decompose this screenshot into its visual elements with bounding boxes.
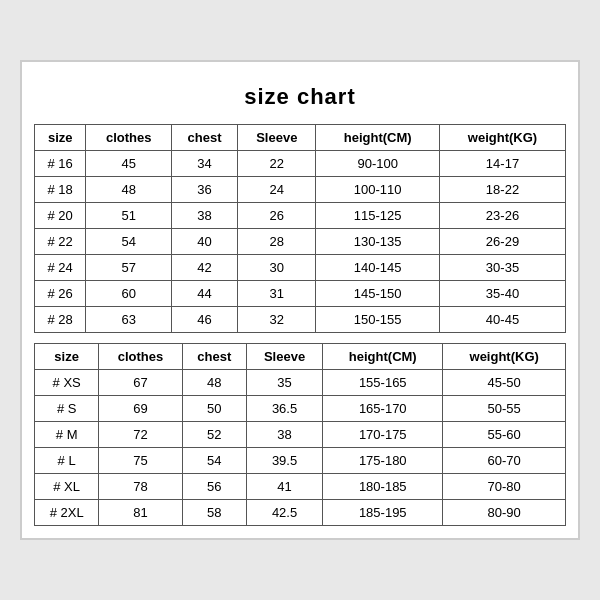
table-cell: 48 [86,177,172,203]
table-cell: 57 [86,255,172,281]
table-cell: # 24 [35,255,86,281]
table-cell: 140-145 [316,255,440,281]
table1-header: sizeclotheschestSleeveheight(CM)weight(K… [35,125,566,151]
table-cell: 81 [99,500,182,526]
table-cell: # 18 [35,177,86,203]
table-cell: 31 [238,281,316,307]
table-cell: 54 [86,229,172,255]
table-row: # S695036.5165-17050-55 [35,396,566,422]
table-cell: 130-135 [316,229,440,255]
table-cell: # 20 [35,203,86,229]
table-cell: # 2XL [35,500,99,526]
table-cell: # L [35,448,99,474]
table1-header-row: sizeclotheschestSleeveheight(CM)weight(K… [35,125,566,151]
table-cell: 42 [172,255,238,281]
table1-header-cell: size [35,125,86,151]
chart-title: size chart [34,74,566,124]
table-cell: 55-60 [443,422,566,448]
table-cell: 180-185 [323,474,443,500]
table-row: # 1645342290-10014-17 [35,151,566,177]
table-cell: # S [35,396,99,422]
table-cell: # XS [35,370,99,396]
table-cell: 69 [99,396,182,422]
table-cell: 46 [172,307,238,333]
table-cell: 60 [86,281,172,307]
table-cell: 63 [86,307,172,333]
size-table-1: sizeclotheschestSleeveheight(CM)weight(K… [34,124,566,333]
table-cell: 155-165 [323,370,443,396]
table-cell: 45 [86,151,172,177]
table-cell: 23-26 [439,203,565,229]
size-table-2: sizeclotheschestSleeveheight(CM)weight(K… [34,343,566,526]
table-cell: 38 [246,422,322,448]
table-cell: 54 [182,448,246,474]
table-cell: 35-40 [439,281,565,307]
table2-header-cell: chest [182,344,246,370]
table-cell: 58 [182,500,246,526]
table-row: # 28634632150-15540-45 [35,307,566,333]
table-cell: 28 [238,229,316,255]
table-row: # 24574230140-14530-35 [35,255,566,281]
table2-header-cell: size [35,344,99,370]
table-row: # L755439.5175-18060-70 [35,448,566,474]
table-cell: # 16 [35,151,86,177]
table2-header-cell: Sleeve [246,344,322,370]
table-cell: 39.5 [246,448,322,474]
table-cell: 30-35 [439,255,565,281]
table-row: # XL785641180-18570-80 [35,474,566,500]
table-cell: 26 [238,203,316,229]
table-cell: 40-45 [439,307,565,333]
table-cell: 36 [172,177,238,203]
table-cell: 34 [172,151,238,177]
table-cell: 78 [99,474,182,500]
table-cell: 67 [99,370,182,396]
table-cell: 51 [86,203,172,229]
table-cell: 30 [238,255,316,281]
table2-header-cell: weight(KG) [443,344,566,370]
table1-header-cell: clothes [86,125,172,151]
table-cell: 170-175 [323,422,443,448]
table-cell: 36.5 [246,396,322,422]
table-cell: 150-155 [316,307,440,333]
table-cell: 35 [246,370,322,396]
table-cell: 115-125 [316,203,440,229]
table-cell: 44 [172,281,238,307]
table-cell: 165-170 [323,396,443,422]
table-cell: 185-195 [323,500,443,526]
table-cell: 45-50 [443,370,566,396]
table2-header-row: sizeclotheschestSleeveheight(CM)weight(K… [35,344,566,370]
table-cell: 18-22 [439,177,565,203]
section-gap [34,333,566,343]
table-row: # 20513826115-12523-26 [35,203,566,229]
table-cell: # 28 [35,307,86,333]
table-cell: 50 [182,396,246,422]
table1-header-cell: weight(KG) [439,125,565,151]
table-cell: 24 [238,177,316,203]
table1-header-cell: Sleeve [238,125,316,151]
table-cell: 38 [172,203,238,229]
table-cell: 175-180 [323,448,443,474]
size-chart-card: size chart sizeclotheschestSleeveheight(… [20,60,580,540]
table-row: # 2XL815842.5185-19580-90 [35,500,566,526]
table2-header: sizeclotheschestSleeveheight(CM)weight(K… [35,344,566,370]
table-cell: 22 [238,151,316,177]
table-cell: # 22 [35,229,86,255]
table-cell: 100-110 [316,177,440,203]
table-cell: 145-150 [316,281,440,307]
table-cell: 70-80 [443,474,566,500]
table2-header-cell: height(CM) [323,344,443,370]
table-cell: 32 [238,307,316,333]
table-cell: 90-100 [316,151,440,177]
table-cell: 80-90 [443,500,566,526]
table-row: # 18483624100-11018-22 [35,177,566,203]
table-row: # XS674835155-16545-50 [35,370,566,396]
table-cell: 75 [99,448,182,474]
table-cell: 56 [182,474,246,500]
table-cell: 42.5 [246,500,322,526]
table-cell: 72 [99,422,182,448]
table1-header-cell: chest [172,125,238,151]
table-cell: 41 [246,474,322,500]
table2-body: # XS674835155-16545-50# S695036.5165-170… [35,370,566,526]
table-row: # 26604431145-15035-40 [35,281,566,307]
table-cell: 60-70 [443,448,566,474]
